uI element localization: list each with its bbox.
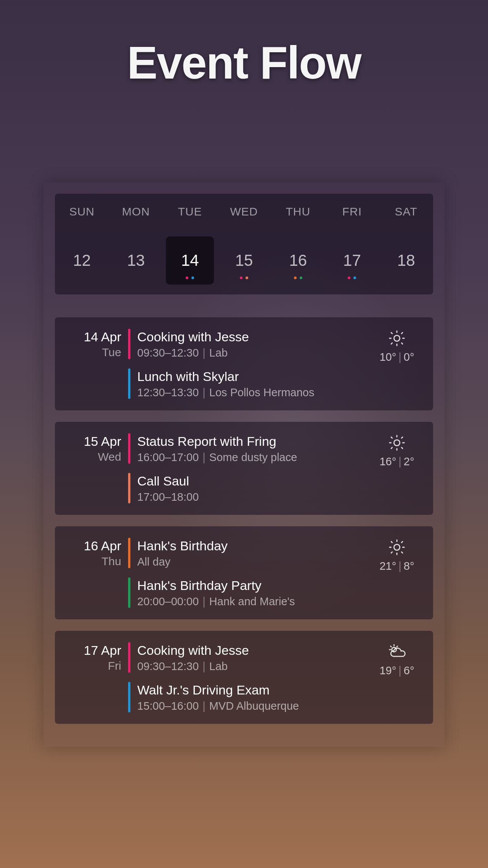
sun-icon: [368, 330, 425, 347]
day-number-cell[interactable]: 18: [382, 236, 430, 285]
event-row[interactable]: Lunch with Skylar12:30–13:30|Los Pollos …: [128, 368, 368, 399]
day-number-cell[interactable]: 16: [274, 236, 322, 285]
separator: |: [398, 455, 401, 468]
events-column: Hank's BirthdayAll dayHank's Birthday Pa…: [128, 538, 368, 608]
day-number: 14: [181, 251, 199, 270]
day-column[interactable]: WED15: [217, 205, 271, 285]
event-meta: 12:30–13:30|Los Pollos Hermanos: [137, 386, 314, 399]
svg-line-16: [391, 447, 392, 448]
svg-line-12: [391, 437, 392, 438]
event-row[interactable]: Cooking with Jesse09:30–12:30|Lab: [128, 329, 368, 368]
days-container: 14 AprTueCooking with Jesse09:30–12:30|L…: [55, 317, 433, 724]
event-meta: 20:00–00:00|Hank and Marie's: [137, 595, 295, 608]
day-column[interactable]: MON13: [109, 205, 163, 285]
events-column: Cooking with Jesse09:30–12:30|LabLunch w…: [128, 329, 368, 399]
event-row[interactable]: Status Report with Fring16:00–17:00|Some…: [128, 433, 368, 473]
separator: |: [202, 386, 205, 399]
day-number-cell[interactable]: 15: [220, 236, 268, 285]
event-title: Status Report with Fring: [137, 434, 297, 449]
event-body: Hank's Birthday Party20:00–00:00|Hank an…: [130, 577, 295, 608]
date-dow: Tue: [55, 346, 121, 359]
page-title: Event Flow: [0, 0, 488, 89]
day-card: 15 AprWedStatus Report with Fring16:00–1…: [55, 422, 433, 515]
separator: |: [202, 595, 205, 608]
day-column[interactable]: SUN12: [55, 205, 109, 285]
event-time: 12:30–13:30: [137, 386, 199, 399]
event-title: Cooking with Jesse: [137, 330, 249, 344]
sun-icon: [368, 434, 425, 452]
day-name: SUN: [55, 205, 109, 218]
event-dot: [353, 276, 356, 279]
day-column[interactable]: THU16: [271, 205, 325, 285]
day-number-cell[interactable]: 13: [112, 236, 160, 285]
separator: |: [202, 347, 205, 359]
event-time: All day: [137, 556, 170, 568]
sun-icon: [368, 538, 425, 556]
weather-temps: 16°|2°: [368, 455, 425, 468]
svg-line-30: [390, 646, 391, 647]
events-column: Cooking with Jesse09:30–12:30|LabWalt Jr…: [128, 642, 368, 712]
svg-line-17: [401, 437, 403, 438]
event-meta: All day: [137, 556, 228, 568]
event-body: Lunch with Skylar12:30–13:30|Los Pollos …: [130, 368, 314, 399]
day-number-cell[interactable]: 12: [58, 236, 106, 285]
event-body: Call Saul17:00–18:00: [130, 473, 199, 503]
event-body: Cooking with Jesse09:30–12:30|Lab: [130, 642, 249, 673]
temp-high: 10°: [379, 351, 396, 363]
week-strip: SUN12MON13TUE14WED15THU16FRI17SAT18: [55, 194, 433, 294]
event-time: 09:30–12:30: [137, 347, 199, 359]
date-main: 16 Apr: [55, 538, 121, 553]
event-time: 16:00–17:00: [137, 451, 199, 463]
date-main: 14 Apr: [55, 330, 121, 344]
day-number-cell[interactable]: 14: [166, 236, 214, 285]
date-dow: Wed: [55, 450, 121, 463]
event-dot: [240, 276, 242, 279]
weather-column: 21°|8°: [368, 538, 433, 608]
date-dow: Thu: [55, 555, 121, 568]
day-card: 16 AprThuHank's BirthdayAll dayHank's Bi…: [55, 526, 433, 619]
day-name: TUE: [163, 205, 217, 218]
event-location: Lab: [209, 347, 228, 359]
svg-line-8: [401, 333, 403, 334]
event-time: 15:00–16:00: [137, 700, 199, 712]
event-dot: [246, 276, 248, 279]
svg-line-13: [401, 447, 403, 448]
event-row[interactable]: Walt Jr.'s Driving Exam15:00–16:00|MVD A…: [128, 682, 368, 712]
separator: |: [202, 660, 205, 672]
event-row[interactable]: Call Saul17:00–18:00: [128, 473, 368, 503]
temp-low: 6°: [404, 664, 414, 677]
weather-temps: 21°|8°: [368, 560, 425, 572]
event-meta: 09:30–12:30|Lab: [137, 347, 249, 359]
separator: |: [202, 451, 205, 463]
svg-point-0: [394, 335, 400, 341]
date-main: 17 Apr: [55, 643, 121, 658]
event-row[interactable]: Hank's BirthdayAll day: [128, 538, 368, 577]
day-column[interactable]: FRI17: [325, 205, 379, 285]
separator: |: [398, 351, 401, 363]
event-location: Los Pollos Hermanos: [209, 386, 315, 399]
weather-column: 16°|2°: [368, 433, 433, 503]
event-dots: [166, 276, 214, 279]
event-dots: [220, 276, 268, 279]
day-column[interactable]: SAT18: [379, 205, 433, 285]
event-body: Status Report with Fring16:00–17:00|Some…: [130, 433, 297, 464]
event-meta: 15:00–16:00|MVD Albuquerque: [137, 700, 299, 712]
event-location: Hank and Marie's: [209, 595, 295, 608]
event-meta: 16:00–17:00|Some dusty place: [137, 451, 297, 464]
day-card: 17 AprFriCooking with Jesse09:30–12:30|L…: [55, 631, 433, 724]
event-meta: 09:30–12:30|Lab: [137, 660, 249, 673]
event-title: Hank's Birthday Party: [137, 578, 295, 593]
day-number: 18: [397, 251, 415, 270]
partly-cloudy-icon: [368, 643, 425, 661]
day-column[interactable]: TUE14: [163, 205, 217, 285]
event-meta: 17:00–18:00: [137, 491, 199, 503]
weather-temps: 19°|6°: [368, 664, 425, 677]
event-dot: [294, 276, 297, 279]
event-dots: [274, 276, 322, 279]
day-number-cell[interactable]: 17: [328, 236, 376, 285]
event-body: Cooking with Jesse09:30–12:30|Lab: [130, 329, 249, 359]
event-dot: [191, 276, 194, 279]
event-time: 09:30–12:30: [137, 660, 199, 672]
event-row[interactable]: Hank's Birthday Party20:00–00:00|Hank an…: [128, 577, 368, 608]
event-row[interactable]: Cooking with Jesse09:30–12:30|Lab: [128, 642, 368, 682]
